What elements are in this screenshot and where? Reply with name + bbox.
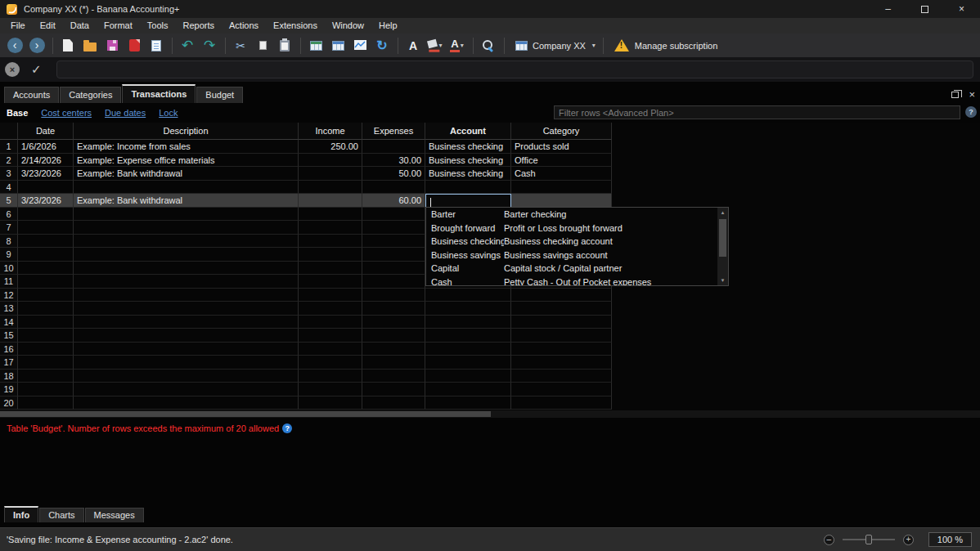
manage-subscription-button[interactable]: Manage subscription: [611, 39, 722, 52]
cell-income[interactable]: [299, 248, 362, 262]
search-button[interactable]: [478, 35, 499, 56]
minimize-button[interactable]: –: [870, 0, 906, 18]
column-header-description[interactable]: Description: [74, 123, 299, 140]
menu-help[interactable]: Help: [371, 18, 405, 34]
cell-account[interactable]: Business checking: [425, 140, 511, 154]
cell-account[interactable]: [425, 396, 511, 410]
cell-income[interactable]: [299, 383, 362, 396]
restore-window-icon[interactable]: [951, 92, 959, 98]
cell-description[interactable]: [74, 235, 299, 249]
cell-account[interactable]: [425, 370, 511, 383]
back-button[interactable]: ‹: [4, 35, 25, 56]
cell-date[interactable]: [18, 396, 74, 410]
table-row[interactable]: 11/6/2026Example: Income from sales250.0…: [0, 140, 613, 154]
menu-actions[interactable]: Actions: [222, 18, 266, 34]
accept-edit-button[interactable]: ✓: [31, 62, 42, 77]
menu-extensions[interactable]: Extensions: [266, 18, 325, 34]
cell-date[interactable]: [18, 181, 74, 195]
tab-charts[interactable]: Charts: [39, 508, 83, 522]
menu-data[interactable]: Data: [63, 18, 97, 34]
scroll-up-icon[interactable]: ▲: [717, 208, 728, 217]
cell-expenses[interactable]: [362, 140, 425, 154]
cell-date[interactable]: 1/6/2026: [18, 140, 74, 154]
cell-expenses[interactable]: 30.00: [362, 154, 425, 168]
cell-account[interactable]: [425, 343, 511, 356]
zoom-in-button[interactable]: +: [903, 535, 914, 545]
cell-date[interactable]: [18, 221, 74, 235]
cancel-edit-button[interactable]: ×: [5, 62, 20, 77]
cell-description[interactable]: [74, 262, 299, 276]
dropdown-scrollbar[interactable]: ▲ ▼: [717, 208, 728, 285]
dropdown-item[interactable]: CapitalCapital stock / Capital partner: [426, 262, 717, 276]
cell-date[interactable]: 3/23/2026: [18, 167, 74, 181]
cell-account[interactable]: Business checking: [425, 167, 511, 181]
cell-description[interactable]: [74, 302, 299, 316]
dropdown-item[interactable]: Business checkingBusiness checking accou…: [426, 235, 717, 249]
open-file-button[interactable]: [79, 35, 101, 56]
tab-messages[interactable]: Messages: [85, 508, 144, 522]
table-row[interactable]: 19: [0, 383, 613, 396]
accounts-table-button[interactable]: [305, 35, 326, 56]
cell-description[interactable]: [74, 208, 299, 222]
cell-description[interactable]: [74, 289, 299, 302]
scroll-down-icon[interactable]: ▼: [717, 276, 728, 285]
cell-income[interactable]: [299, 167, 362, 181]
table-row[interactable]: 33/23/2026Example: Bank withdrawal50.00B…: [0, 167, 613, 181]
view-base[interactable]: Base: [7, 108, 28, 118]
table-row[interactable]: 22/14/2026Example: Expense office materi…: [0, 154, 613, 168]
text-color-button[interactable]: A▾: [447, 35, 468, 56]
cell-account[interactable]: [425, 329, 511, 343]
pdf-export-button[interactable]: [124, 35, 145, 56]
cell-expenses[interactable]: [362, 356, 425, 370]
column-header-expenses[interactable]: Expenses: [362, 123, 425, 140]
filter-rows-input[interactable]: [554, 105, 960, 119]
save-button[interactable]: [101, 35, 123, 56]
cell-date[interactable]: 2/14/2026: [18, 154, 74, 168]
redo-button[interactable]: ↷: [199, 35, 220, 56]
cell-description[interactable]: Example: Expense office materials: [74, 154, 299, 168]
cell-category[interactable]: [511, 302, 612, 316]
cell-date[interactable]: [18, 316, 74, 329]
zoom-slider-thumb[interactable]: [865, 535, 872, 544]
horizontal-scrollbar-thumb[interactable]: [0, 411, 491, 417]
cell-expenses[interactable]: [362, 181, 425, 195]
cell-description[interactable]: [74, 221, 299, 235]
cell-account[interactable]: [425, 383, 511, 396]
recalculate-button[interactable]: ↻: [371, 35, 393, 56]
cell-category[interactable]: [511, 181, 612, 195]
table-row[interactable]: 20: [0, 396, 613, 410]
cell-description[interactable]: [74, 383, 299, 396]
table-row[interactable]: 12: [0, 289, 613, 302]
cell-description[interactable]: [74, 275, 299, 289]
cell-date[interactable]: [18, 235, 74, 249]
cell-expenses[interactable]: [362, 343, 425, 356]
cell-expenses[interactable]: [362, 302, 425, 316]
menu-reports[interactable]: Reports: [175, 18, 222, 34]
paste-button[interactable]: [274, 35, 295, 56]
new-file-button[interactable]: [57, 35, 79, 56]
cell-expenses[interactable]: 50.00: [362, 167, 425, 181]
menu-file[interactable]: File: [3, 18, 33, 34]
cell-description[interactable]: Example: Bank withdrawal: [74, 194, 299, 208]
cell-income[interactable]: [299, 262, 362, 276]
cell-category[interactable]: Cash: [511, 167, 612, 181]
font-button[interactable]: A: [402, 35, 424, 56]
tab-accounts[interactable]: Accounts: [4, 87, 59, 103]
zoom-slider[interactable]: [843, 534, 895, 545]
cell-description[interactable]: [74, 343, 299, 356]
cell-income[interactable]: [299, 235, 362, 249]
charts-button[interactable]: [349, 35, 371, 56]
view-cost-centers[interactable]: Cost centers: [41, 108, 92, 118]
cell-date[interactable]: [18, 356, 74, 370]
cell-income[interactable]: [299, 329, 362, 343]
view-due-dates[interactable]: Due dates: [105, 108, 146, 118]
table-row[interactable]: 13: [0, 302, 613, 316]
dropdown-scrollbar-thumb[interactable]: [719, 219, 726, 257]
dropdown-item[interactable]: BarterBarter checking: [426, 208, 717, 222]
view-lock[interactable]: Lock: [159, 108, 178, 118]
column-header-account[interactable]: Account: [425, 123, 511, 140]
cell-expenses[interactable]: [362, 262, 425, 276]
table-row[interactable]: 14: [0, 316, 613, 329]
cell-account[interactable]: [425, 356, 511, 370]
tab-budget[interactable]: Budget: [196, 87, 243, 103]
